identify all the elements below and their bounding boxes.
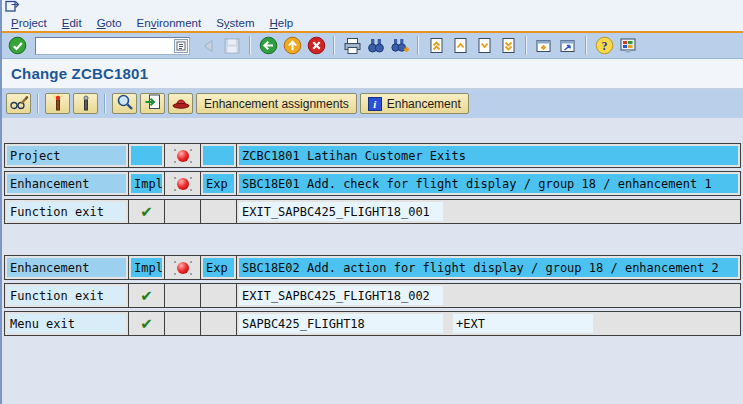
standard-toolbar: ? [2,33,743,59]
svg-text:?: ? [601,39,607,53]
find-icon[interactable] [365,35,387,57]
project-group: Project ZCBC1801 Latihan Customer Exits … [4,143,741,224]
deactivate-icon [80,94,92,114]
page-green-arrow-icon [144,94,162,113]
info-icon: i [368,97,382,111]
customize-layout-icon[interactable] [617,35,639,57]
first-page-icon[interactable] [425,35,447,57]
cancel-icon[interactable] [305,35,327,57]
title-row: Change ZCBC1801 [2,59,743,89]
green-check-icon: ✔ [140,203,153,221]
back-triangle-icon [197,35,219,57]
green-check-icon: ✔ [140,287,153,305]
menubar: Project Edit Goto Environment System Hel… [2,14,743,31]
menu-help[interactable]: Help [270,17,294,29]
enhancement-button[interactable]: i Enhancement [360,93,469,114]
green-check-icon: ✔ [140,315,153,333]
generate-hat-icon [172,96,190,112]
menu-exit-field[interactable]: SAPBC425_FLIGHT18 [239,314,443,333]
table-row-menu-exit: Menu exit ✔ SAPBC425_FLIGHT18 +EXT [4,311,741,336]
deactivate-button[interactable] [73,93,98,114]
toolbar-separator [585,36,587,55]
exp-field[interactable] [203,146,234,165]
find-next-icon[interactable] [389,35,411,57]
exp-field[interactable]: Exp [203,258,234,277]
led-red-icon [177,262,189,274]
sap-control-menu-icon[interactable] [5,0,20,16]
new-session-icon[interactable] [533,35,555,57]
help-icon[interactable]: ? [593,35,615,57]
enhancement-assignments-button[interactable]: Enhancement assignments [196,93,357,114]
enhancement-value-field[interactable]: SBC18E02 Add. action for flight display … [239,258,738,277]
function-exit-field[interactable]: EXIT_SAPBC425_FLIGHT18_001 [239,202,443,221]
exit-icon[interactable] [281,35,303,57]
row-label: Enhancement [7,174,126,193]
apptoolbar-separator [104,94,106,113]
menu-environment[interactable]: Environment [137,17,202,29]
project-value-field[interactable]: ZCBC1801 Latihan Customer Exits [239,146,738,165]
table-row-enhancement: Enhancement Impl Exp SBC18E02 Add. actio… [4,255,741,280]
page-up-icon[interactable] [449,35,471,57]
menu-goto[interactable]: Goto [97,17,122,29]
impl-field[interactable] [131,146,162,165]
row-label: Menu exit [7,314,126,333]
row-label: Function exit [7,202,126,221]
application-toolbar: Enhancement assignments i Enhancement [2,89,743,118]
led-red-icon [177,150,189,162]
led-red-icon [177,178,189,190]
content-area: Project ZCBC1801 Latihan Customer Exits … [2,143,743,336]
command-field[interactable] [35,37,190,55]
print-icon[interactable] [341,35,363,57]
menu-edit[interactable]: Edit [62,17,82,29]
row-label: Project [7,146,126,165]
generate-button[interactable] [168,93,193,114]
check-button[interactable] [112,93,137,114]
enhancement-group: Enhancement Impl Exp SBC18E02 Add. actio… [4,255,741,336]
row-label: Enhancement [7,258,126,277]
impl-field[interactable]: Impl [131,174,162,193]
page-down-icon[interactable] [473,35,495,57]
display-change-icon [9,94,29,113]
create-shortcut-icon[interactable] [557,35,579,57]
row-label: Function exit [7,286,126,305]
apptoolbar-separator [37,94,39,113]
enter-icon[interactable] [6,35,28,57]
toolbar-separator [249,36,251,55]
command-dropdown-icon[interactable] [174,39,188,53]
toolbar-separator [333,36,335,55]
back-icon[interactable] [257,35,279,57]
toolbar-separator [525,36,527,55]
copy-button[interactable] [140,93,165,114]
table-row-project: Project ZCBC1801 Latihan Customer Exits [4,143,741,168]
enhancement-value-field[interactable]: SBC18E01 Add. check for flight display /… [239,174,738,193]
menu-system[interactable]: System [216,17,254,29]
window-top-strip [2,0,743,14]
impl-field[interactable]: Impl [131,258,162,277]
page-title: Change ZCBC1801 [11,65,148,82]
sap-window: Project Edit Goto Environment System Hel… [0,0,743,404]
function-exit-field[interactable]: EXIT_SAPBC425_FLIGHT18_002 [239,286,443,305]
table-row-function-exit: Function exit ✔ EXIT_SAPBC425_FLIGHT18_0… [4,283,741,308]
activate-icon [52,94,64,114]
menu-exit-text-field[interactable]: +EXT [453,314,593,333]
table-row-function-exit: Function exit ✔ EXIT_SAPBC425_FLIGHT18_0… [4,199,741,224]
menu-project[interactable]: Project [11,17,47,29]
exp-field[interactable]: Exp [203,174,234,193]
check-magnifier-icon [116,93,134,114]
table-row-enhancement: Enhancement Impl Exp SBC18E01 Add. check… [4,171,741,196]
toolbar-separator [417,36,419,55]
activate-button[interactable] [45,93,70,114]
last-page-icon[interactable] [497,35,519,57]
display-change-button[interactable] [6,93,31,114]
save-icon [221,35,243,57]
